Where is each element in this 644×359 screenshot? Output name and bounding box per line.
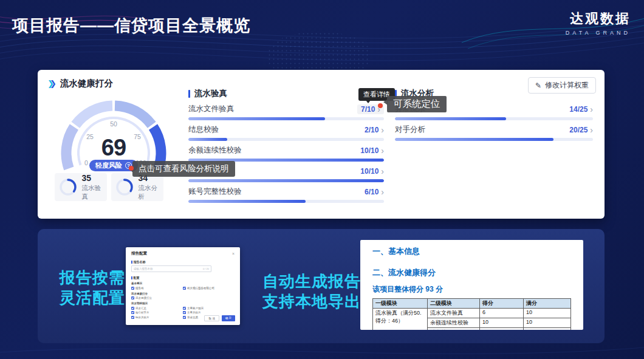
checkbox-checked-icon[interactable] <box>131 316 134 319</box>
chevron-right-icon: › <box>381 146 384 155</box>
report-heading-2: 二、流水健康得分 <box>372 267 583 278</box>
progress-track <box>395 117 593 120</box>
right-caption: 自动生成报告 支持本地导出 <box>254 272 369 312</box>
metric-label: 结息校验 <box>188 125 219 135</box>
progress-track <box>395 138 593 141</box>
metric-row: 账号完整性校验 6/10 › <box>188 186 384 203</box>
gauge-tick-75: 75 <box>134 133 141 140</box>
gauge-tick-25: 25 <box>86 133 94 140</box>
section-bar-icon <box>188 90 190 98</box>
page-title: 项目报告——信贷项目全景概览 <box>12 15 250 36</box>
logo-cn: 达观数据 <box>566 10 631 28</box>
metric-label: 流水文件验真 <box>188 104 234 114</box>
metric-score-link[interactable]: 6/10 › <box>365 188 384 196</box>
metric-row: 余额连续性校验 10/10 › <box>188 145 384 162</box>
config-section-label: 配置 <box>131 276 235 279</box>
table-header-row: 一级模块 二级模块 得分 满分 <box>373 299 571 309</box>
subscore-ring-icon <box>59 178 77 196</box>
checkbox-checked-icon[interactable] <box>131 287 134 290</box>
logo-en: DATA GRAND <box>566 30 631 36</box>
progress-track <box>188 138 384 141</box>
subscore-label: 流水验真 <box>82 184 107 201</box>
config-checkbox-item[interactable]: 链接关联方 <box>131 316 183 319</box>
subscore-card-verify: 35 流水验真 <box>55 173 107 201</box>
config-checkbox-item[interactable]: 流水健康打分 <box>131 296 183 299</box>
config-checkbox-item[interactable]: 报告书 <box>131 287 183 290</box>
metric-score-link[interactable]: 10/10 › <box>360 167 384 176</box>
metric-score-link[interactable]: 10/10 › <box>360 146 384 155</box>
char-counter: 0 / 20 <box>203 267 209 270</box>
config-checkbox-item[interactable]: 主要账户情况 <box>183 307 235 310</box>
report-name-input[interactable]: 请输入报告名称 0 / 20 <box>131 265 211 272</box>
checkbox-checked-icon[interactable] <box>183 316 186 319</box>
config-checkbox-item[interactable]: 相关银行股份有限公司 <box>183 287 235 290</box>
metric-label: 账号完整性校验 <box>188 186 242 197</box>
risk-note-tooltip: 点击可查看风险分析说明 <box>132 161 235 177</box>
metric-score-link[interactable]: 14/25 › <box>569 105 593 114</box>
gauge-value: 69 <box>101 135 126 161</box>
report-config-dialog: 报告配置 × 报告名称 请输入报告名称 0 / 20 配置 基本概况 报告书 相… <box>126 247 240 325</box>
metric-row: 对手分析 20/25 › <box>395 125 593 141</box>
verify-section-title: 流水验真 <box>188 88 384 99</box>
input-placeholder: 请输入报告名称 <box>134 267 153 270</box>
config-checkbox-item[interactable]: 主要关联方 <box>183 311 235 314</box>
confirm-button[interactable]: 确 定 <box>222 315 235 321</box>
checkbox-checked-icon[interactable] <box>183 307 186 310</box>
risk-level-label: 轻度风险 <box>95 161 122 170</box>
subscore-value: 35 <box>82 173 107 183</box>
table-group-cell: 流水验真（满分50. 得分：46） <box>373 309 428 330</box>
config-checkbox-item[interactable]: 流水汇总 <box>131 307 183 310</box>
metric-score-link[interactable]: 2/10 › <box>365 126 384 134</box>
close-icon[interactable]: × <box>232 251 235 256</box>
gauge-tick-50: 50 <box>110 120 117 128</box>
progress-track <box>188 117 384 120</box>
subscore-label: 流水分析 <box>139 184 163 201</box>
chevron-right-icon: › <box>381 126 384 134</box>
checkbox-checked-icon[interactable] <box>131 296 134 299</box>
panel-title: 流水健康打分 <box>60 78 113 89</box>
checkbox-checked-icon[interactable] <box>183 311 186 314</box>
checkbox-checked-icon[interactable] <box>183 287 186 290</box>
report-total-score: 该项目整体得分 93 分 <box>372 284 583 295</box>
system-locate-callout: 可系统定位 <box>387 96 447 112</box>
logo: 达观数据 DATA GRAND <box>566 10 631 36</box>
bottom-panel: 报告按需 灵活配置 报告配置 × 报告名称 请输入报告名称 0 / 20 配置 … <box>38 229 605 343</box>
metric-label: 余额连续性校验 <box>188 145 242 156</box>
health-score-panel: ❯ ❯ 流水健康打分 ✎ 修改计算权重 0 25 50 75 100 69 <box>38 70 605 219</box>
subscore-ring-icon <box>115 178 134 196</box>
table-row: 流水验真（满分50. 得分：46） 流水文件验真 6 10 <box>373 309 571 318</box>
chevron-right-icon: › <box>590 105 593 114</box>
gauge-tick-0: 0 <box>84 159 88 166</box>
chevron-right-icon: › <box>381 167 384 176</box>
verify-section: 流水验真 流水文件验真 7/10 › 结息校验 2/10 › <box>188 88 384 203</box>
progress-track <box>188 200 384 203</box>
slide: 项目报告——信贷项目全景概览 达观数据 DATA GRAND ❯ ❯ 流水健康打… <box>0 0 644 359</box>
annotation-dot <box>129 166 134 171</box>
metric-row: 流水文件验真 7/10 › <box>188 104 384 120</box>
chevron-right-icon: › <box>381 188 384 196</box>
annotation-dot <box>378 103 383 108</box>
report-heading-1: 一、基本信息 <box>372 246 583 257</box>
dialog-title: 报告配置 <box>131 251 147 256</box>
progress-track <box>188 179 384 182</box>
metric-row: 结息校验 2/10 › <box>188 125 384 141</box>
checkbox-checked-icon[interactable] <box>131 307 134 310</box>
checkbox-checked-icon[interactable] <box>131 311 134 314</box>
subscore-card-analysis: 34 流水分析 <box>111 173 163 201</box>
report-preview: 一、基本信息 二、流水健康得分 该项目整体得分 93 分 一级模块 二级模块 得… <box>360 240 583 330</box>
report-name-label: 报告名称 <box>131 260 235 264</box>
cancel-button[interactable]: 取 消 <box>204 315 219 321</box>
panel-header: ❯ ❯ 流水健康打分 <box>47 78 113 89</box>
metric-label: 对手分析 <box>395 125 425 135</box>
metric-score-link[interactable]: 20/25 › <box>569 126 593 134</box>
config-checkbox-item[interactable]: 核心对手方 <box>131 311 183 314</box>
report-score-table: 一级模块 二级模块 得分 满分 流水验真（满分50. 得分：46） 流水文件验真… <box>372 298 571 330</box>
double-chevron-icon: ❯ ❯ <box>47 80 57 87</box>
chevron-right-icon: › <box>590 126 593 134</box>
